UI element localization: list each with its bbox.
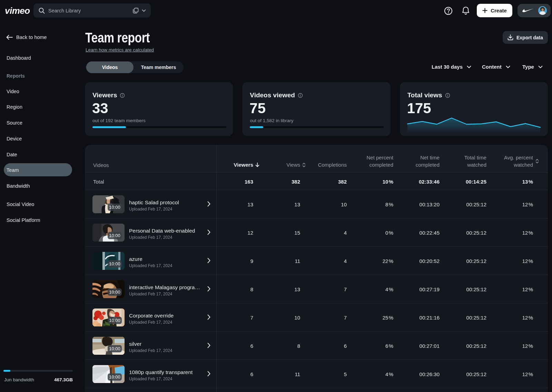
svg-text:vimeo: vimeo [5, 6, 30, 16]
